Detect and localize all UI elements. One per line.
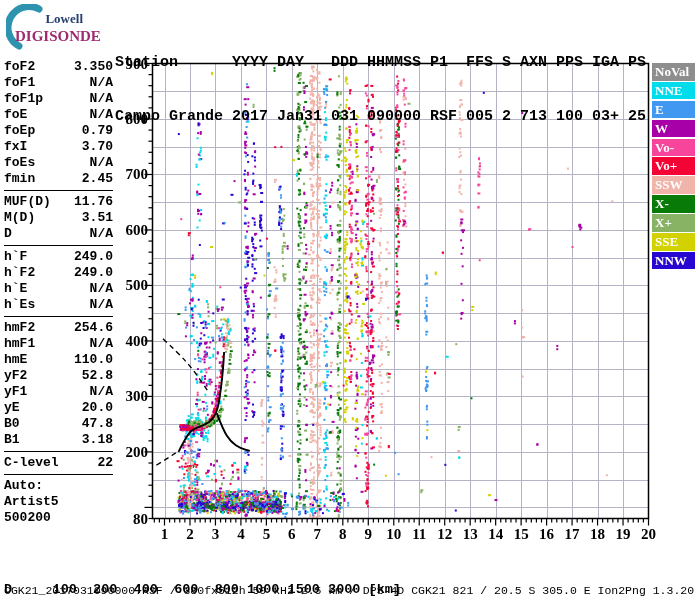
- param-label: M(D): [4, 210, 35, 226]
- param-label: foEs: [4, 155, 35, 171]
- param-row: foF23.350: [4, 59, 113, 75]
- param-value: 11.76: [74, 194, 113, 210]
- logo-text-digisonde: DIGISONDE: [15, 28, 101, 44]
- param-label: hmE: [4, 352, 27, 368]
- param-row: M(D)3.51: [4, 210, 113, 226]
- param-row: foF1N/A: [4, 75, 113, 91]
- param-value: 22: [97, 455, 113, 471]
- x-axis-tick-label: 17: [559, 526, 585, 542]
- param-row: MUF(D)11.76: [4, 194, 113, 210]
- x-axis-tick-label: 15: [508, 526, 534, 542]
- header-line-labels: Station YYYY DAY DDD HHMMSS P1 FFS S AXN…: [115, 54, 646, 72]
- x-axis-tick-label: 10: [381, 526, 407, 542]
- x-axis-tick-label: 20: [636, 526, 662, 542]
- param-label: MUF(D): [4, 194, 51, 210]
- param-label: C-level: [4, 455, 59, 471]
- param-value: N/A: [90, 91, 113, 107]
- param-row: hmF1N/A: [4, 336, 113, 352]
- param-value: 20.0: [82, 400, 113, 416]
- x-axis-tick-label: 2: [177, 526, 203, 542]
- param-value: N/A: [90, 75, 113, 91]
- legend-item-nne: NNE: [652, 82, 695, 100]
- status-line: CGK21_2017031090000.RSF / 380fx512h 50 k…: [4, 584, 694, 597]
- param-value: 47.8: [82, 416, 113, 432]
- param-value: 110.0: [74, 352, 113, 368]
- param-row: h`F249.0: [4, 249, 113, 265]
- param-row: foEp0.79: [4, 123, 113, 139]
- legend-item-x: X-: [652, 195, 695, 213]
- legend-item-vo: Vo-: [652, 139, 695, 157]
- y-axis-tick-label: 900: [114, 56, 148, 72]
- x-axis-tick-label: 9: [355, 526, 381, 542]
- param-row: B13.18: [4, 432, 113, 448]
- param-row: fxI3.70: [4, 139, 113, 155]
- param-row: foEsN/A: [4, 155, 113, 171]
- param-row: h`EsN/A: [4, 297, 113, 313]
- param-value: N/A: [90, 155, 113, 171]
- param-label: foE: [4, 107, 27, 123]
- param-value: N/A: [90, 297, 113, 313]
- param-value: 2.45: [82, 171, 113, 187]
- param-row: DN/A: [4, 226, 113, 242]
- param-value: N/A: [90, 336, 113, 352]
- param-row: h`EN/A: [4, 281, 113, 297]
- param-label: D: [4, 226, 12, 242]
- param-value: 3.70: [82, 139, 113, 155]
- digisonde-ionogram-window: Lowell DIGISONDE Station YYYY DAY DDD HH…: [0, 0, 700, 600]
- param-label: hmF2: [4, 320, 35, 336]
- y-axis-tick-label: 500: [114, 277, 148, 293]
- x-axis-tick-label: 4: [228, 526, 254, 542]
- param-group-divider: [4, 245, 113, 246]
- autoscaler-info: 500200: [4, 510, 113, 526]
- x-axis-tick-label: 6: [279, 526, 305, 542]
- param-group-divider: [4, 474, 113, 475]
- param-value: N/A: [90, 226, 113, 242]
- param-label: hmF1: [4, 336, 35, 352]
- x-axis-tick-label: 8: [330, 526, 356, 542]
- param-label: yF1: [4, 384, 27, 400]
- x-axis-tick-label: 5: [253, 526, 279, 542]
- legend-item-x: X+: [652, 214, 695, 232]
- param-row: foF1pN/A: [4, 91, 113, 107]
- param-row: yE20.0: [4, 400, 113, 416]
- y-axis-tick-label: 300: [114, 388, 148, 404]
- y-axis-tick-label: 400: [114, 333, 148, 349]
- param-label: foF1: [4, 75, 35, 91]
- legend-item-noval: NoVal: [652, 63, 695, 81]
- param-value: N/A: [90, 281, 113, 297]
- param-value: N/A: [90, 107, 113, 123]
- scaled-parameters-panel: foF23.350foF1N/AfoF1pN/AfoEN/AfoEp0.79fx…: [4, 59, 113, 526]
- param-label: B1: [4, 432, 20, 448]
- y-axis-tick-label: 600: [114, 222, 148, 238]
- y-axis-tick-label: 700: [114, 166, 148, 182]
- y-axis-tick-label: 800: [114, 111, 148, 127]
- param-row: B047.8: [4, 416, 113, 432]
- param-label: foF2: [4, 59, 35, 75]
- param-group-divider: [4, 190, 113, 191]
- param-value: 249.0: [74, 265, 113, 281]
- param-row: fmin2.45: [4, 171, 113, 187]
- param-group-divider: [4, 451, 113, 452]
- param-group-divider: [4, 316, 113, 317]
- x-axis-tick-label: 12: [432, 526, 458, 542]
- param-label: B0: [4, 416, 20, 432]
- param-row: yF1N/A: [4, 384, 113, 400]
- legend-item-w: W: [652, 120, 695, 138]
- param-row: foEN/A: [4, 107, 113, 123]
- param-label: h`E: [4, 281, 27, 297]
- param-row: hmE110.0: [4, 352, 113, 368]
- param-label: fmin: [4, 171, 35, 187]
- autoscaler-info: Auto:: [4, 478, 113, 494]
- x-axis-tick-label: 7: [304, 526, 330, 542]
- param-value: 3.350: [74, 59, 113, 75]
- param-label: h`Es: [4, 297, 35, 313]
- param-row: h`F2249.0: [4, 265, 113, 281]
- param-value: 3.18: [82, 432, 113, 448]
- y-axis-tick-label: 200: [114, 444, 148, 460]
- x-axis-tick-label: 19: [610, 526, 636, 542]
- header-line-values: Campo Grande 2017 Jan31 031 090000 RSF 0…: [115, 108, 646, 126]
- param-label: foF1p: [4, 91, 43, 107]
- x-axis-tick-label: 3: [202, 526, 228, 542]
- param-label: h`F2: [4, 265, 35, 281]
- param-label: yE: [4, 400, 20, 416]
